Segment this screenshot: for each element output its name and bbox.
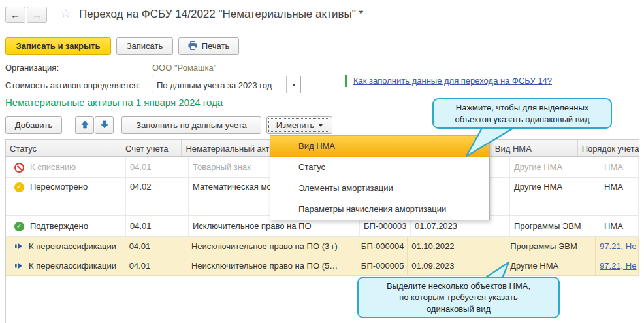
account-cell: 04.01 (126, 216, 189, 236)
status-icon-confirmed-check-green (14, 222, 24, 231)
save-button[interactable]: Записать (116, 37, 173, 55)
column-header-status: Статус (6, 140, 121, 156)
asset-cell: Неисключительное право на ПО (5… (187, 256, 357, 275)
account-cell: 04.01 (126, 157, 189, 177)
help-link[interactable]: Как заполнить данные для перехода на ФСБ… (353, 76, 552, 86)
forward-button[interactable]: → (27, 7, 47, 23)
status-icon-reclassify-blue (14, 262, 23, 272)
order-cell: НМА (600, 178, 639, 215)
status-label: Пересмотрено (30, 182, 88, 192)
account-cell: 04.01 (125, 237, 187, 256)
callout-line: Нажмите, чтобы для выделенных (456, 102, 588, 113)
organization-label: Организация: (5, 63, 59, 73)
table-row[interactable]: К переклассификации 04.01 Неисключительн… (6, 237, 639, 256)
arrow-right-icon: → (32, 9, 42, 20)
menu-item-vid-nma[interactable]: Вид НМА (270, 136, 489, 157)
help-accent-bar (345, 75, 347, 87)
column-header-account: Счет учета (121, 140, 182, 156)
callout-bottom: Выделите несколько объектов НМА, по кото… (357, 277, 560, 318)
valuation-select[interactable]: По данным учета за 2023 год (152, 76, 301, 94)
account-cell: 04.01 (125, 256, 187, 275)
kind-cell: Другие НМА (510, 178, 600, 215)
back-button[interactable]: ← (5, 7, 25, 23)
date-cell: 01.10.2022 (408, 237, 506, 256)
caret-down-icon (319, 124, 323, 129)
menu-item-status[interactable]: Статус (270, 157, 489, 178)
print-button-label: Печать (202, 41, 230, 51)
arrow-left-icon: ← (10, 9, 20, 20)
arrow-up-icon (81, 120, 89, 131)
status-label: К переклассификации (29, 261, 116, 271)
order-link[interactable]: 97.21, Не (600, 241, 636, 251)
valuation-selected-value: По данным учета за 2023 год (157, 80, 272, 90)
save-close-button[interactable]: Записать и закрыть (5, 37, 111, 55)
table-row[interactable]: К переклассификации 04.01 Неисключительн… (6, 256, 639, 276)
status-icon-prohibited (14, 163, 24, 173)
section-title: Нематериальные активы на 1 января 2024 г… (5, 97, 223, 108)
status-label: К переклассификации (29, 241, 116, 251)
change-button-label: Изменить (276, 120, 315, 130)
favorite-star-icon[interactable]: ☆ (60, 6, 71, 21)
print-button[interactable]: Печать (178, 37, 239, 55)
printer-icon (188, 41, 197, 52)
callout-line: Выделите несколько объектов НМА, (387, 280, 530, 292)
kind-cell: Другие НМА (510, 157, 600, 177)
move-down-button[interactable] (95, 116, 114, 134)
app-window: ← → ☆ Переход на ФСБУ 14/2022 "Нематериа… (0, 0, 644, 323)
order-cell: НМА (600, 157, 639, 177)
status-label: Подтверждено (30, 221, 88, 231)
menu-item-amortization-params[interactable]: Параметры начисления амортизации (270, 199, 489, 220)
page-title: Переход на ФСБУ 14/2022 "Нематериальные … (79, 8, 363, 21)
fill-by-accounting-data-button[interactable]: Заполнить по данным учета (121, 116, 261, 134)
organization-value[interactable]: ООО "Ромашка" (152, 63, 216, 73)
callout-line: объектов указать одинаковый вид (455, 114, 590, 125)
document-cell: БП-000004 (357, 237, 408, 256)
menu-item-amortization-elements[interactable]: Элементы амортизации (270, 178, 489, 199)
asset-cell: Неисключительное право на ПО (3 г) (187, 237, 357, 256)
change-button[interactable]: Изменить (266, 116, 332, 134)
callout-top: Нажмите, чтобы для выделенных объектов у… (432, 98, 612, 129)
kind-cell: Программы ЭВМ (506, 237, 596, 256)
kind-cell: Программы ЭВМ (510, 216, 600, 236)
status-icon-review-check-yellow (14, 182, 24, 192)
add-button[interactable]: Добавить (5, 116, 62, 134)
kind-cell: Другие НМА (506, 256, 596, 275)
callout-tail (457, 128, 517, 158)
callout-line: одинаковый вид (427, 303, 491, 314)
order-cell: 97.21, Не (596, 237, 639, 256)
account-cell: 04.02 (126, 178, 189, 215)
status-icon-reclassify-blue (14, 242, 23, 252)
callout-line: по которым требуется указать (399, 292, 518, 303)
chevron-down-icon[interactable] (286, 76, 300, 93)
order-cell: 97.21, Не (596, 256, 639, 275)
document-cell: БП-000005 (357, 256, 408, 275)
arrow-down-icon (101, 120, 108, 131)
order-cell: НМА (600, 216, 639, 236)
order-link[interactable]: 97.21, Не (600, 261, 636, 271)
status-label: К списанию (30, 162, 76, 172)
column-header-order: Порядок учета (578, 140, 639, 156)
move-up-button[interactable] (75, 116, 94, 134)
valuation-label: Стоимость активов определяется: (5, 80, 140, 90)
